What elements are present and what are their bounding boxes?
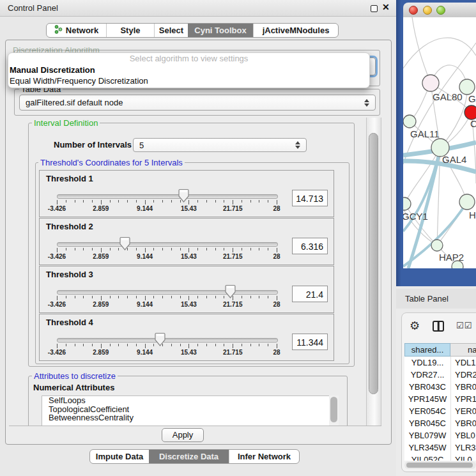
network-node-gal80[interactable]	[422, 75, 439, 91]
threshold-value-field[interactable]: 11.344	[292, 334, 328, 350]
tick-mark	[215, 248, 216, 250]
table-row[interactable]: YIL052CYIL0	[404, 454, 476, 461]
column-header-name[interactable]: na	[450, 343, 476, 357]
table-row[interactable]: YLR345WYLR3	[404, 441, 476, 454]
network-graph: GAL80GACGAL11GAL4GCY1HHAP2	[403, 17, 476, 268]
threshold-slider-thumb[interactable]	[225, 284, 236, 298]
table-data-combo[interactable]: galFiltered.sif default node	[19, 95, 376, 111]
slider-tick-label: 15.43	[173, 349, 204, 356]
threshold-value-field[interactable]: 14.713	[292, 190, 328, 206]
table-row[interactable]: YBR045CYBR0	[404, 417, 476, 429]
attribute-list-item[interactable]: BetweennessCentrality	[42, 413, 330, 422]
algorithm-option-equal-width[interactable]: Equal Width/Frequency Discretization	[8, 75, 369, 86]
network-node-hap2[interactable]	[431, 240, 443, 251]
tick-mark	[277, 296, 277, 300]
threshold-value-field[interactable]: 6.316	[292, 238, 328, 254]
column-header-shared-name[interactable]: shared...	[404, 343, 450, 357]
network-node-label: GCY1	[403, 211, 428, 222]
node-table[interactable]: shared... na YDL19...YDL1YDR27...YDR2YBR…	[404, 343, 476, 461]
threshold-slider-thumb[interactable]	[119, 236, 130, 250]
table-row[interactable]: YPR145WYPR1	[404, 393, 476, 405]
tick-mark	[101, 248, 102, 252]
tab-label: Cyni Toolbox	[194, 26, 246, 35]
tick-mark	[171, 248, 172, 250]
network-node-h[interactable]	[459, 194, 475, 210]
number-of-intervals-combo[interactable]: 5	[133, 138, 307, 152]
tick-mark	[233, 344, 233, 348]
slider-tick-label: 2.859	[85, 301, 117, 308]
threshold-slider-track[interactable]	[57, 290, 278, 295]
table-panel-header: Table Panel	[396, 289, 476, 309]
threshold-label: Threshold 1	[46, 174, 93, 183]
numerical-attributes-list[interactable]: SelfLoopsTopologicalCoefficientBetweenne…	[42, 395, 330, 426]
threshold-slider-thumb[interactable]	[178, 188, 189, 203]
attribute-list-item[interactable]: TopologicalCoefficient	[42, 405, 330, 414]
threshold-slider-track[interactable]	[57, 242, 278, 247]
threshold-slider-track[interactable]	[57, 338, 278, 342]
tick-mark	[92, 248, 93, 250]
apply-button[interactable]: Apply	[162, 428, 204, 442]
cell-shared-name: YBR043C	[404, 381, 451, 393]
table-row[interactable]: YBR043CYBR0	[404, 381, 476, 393]
network-node-c[interactable]	[464, 105, 476, 119]
tab-select[interactable]: Select	[154, 24, 188, 37]
table-horizontal-scrollbar-thumb[interactable]	[406, 463, 473, 468]
table-row[interactable]: YDR27...YDR2	[404, 369, 476, 381]
algorithm-option-manual[interactable]: Manual Discretization	[8, 65, 369, 75]
network-node-label: C	[470, 118, 476, 129]
tab-cyni-toolbox[interactable]: Cyni Toolbox	[188, 24, 253, 37]
attributes-list-scrollbar[interactable]	[329, 395, 339, 426]
tab-jactivemnodules[interactable]: jActiveMNodules	[253, 24, 338, 37]
network-node-gal11[interactable]	[403, 115, 416, 128]
threshold-slider-thumb[interactable]	[155, 332, 165, 346]
tick-mark	[268, 296, 268, 298]
table-row[interactable]: YBL079WYBL0	[404, 429, 476, 441]
cell-shared-name: YBL079W	[404, 429, 451, 441]
table-row[interactable]: YER054CYER0	[404, 405, 476, 417]
top-tab-strip: NetworkStyleSelectCyni ToolboxjActiveMNo…	[46, 23, 339, 38]
table-row[interactable]: YDL19...YDL1	[404, 357, 476, 369]
network-node[interactable]	[452, 261, 463, 268]
tick-mark	[215, 200, 216, 203]
threshold-value-field[interactable]: 21.4	[292, 286, 328, 302]
tick-mark	[259, 296, 259, 298]
network-node-label: GAL11	[410, 128, 440, 139]
tick-mark	[188, 344, 189, 348]
close-icon[interactable]: ✕	[382, 2, 390, 12]
tick-mark	[83, 248, 84, 250]
tick-mark	[197, 200, 198, 203]
gear-icon[interactable]: ⚙	[410, 319, 420, 333]
network-node-label: GAL80	[433, 91, 463, 102]
network-node-gcy1[interactable]	[403, 197, 411, 210]
network-node-label: GAL4	[442, 154, 466, 165]
tick-mark	[206, 344, 207, 346]
tab-network[interactable]: Network	[47, 24, 106, 37]
tick-mark	[268, 344, 268, 346]
threshold-label: Threshold 4	[46, 318, 93, 327]
combo-spinner-icon	[364, 99, 369, 107]
tick-mark	[250, 344, 251, 346]
attributes-scrollbar-thumb[interactable]	[330, 397, 337, 422]
zoom-light-icon[interactable]	[436, 6, 445, 15]
tick-mark	[118, 200, 119, 203]
tab-impute-data[interactable]: Impute Data	[90, 450, 149, 463]
split-view-icon[interactable]	[433, 321, 444, 332]
minimize-light-icon[interactable]	[423, 6, 432, 15]
tab-style[interactable]: Style	[106, 24, 154, 37]
network-canvas[interactable]: GAL80GACGAL11GAL4GCY1HHAP2	[403, 17, 476, 268]
float-window-icon[interactable]	[371, 5, 378, 12]
threshold-slider-track[interactable]	[57, 194, 278, 199]
tick-mark	[75, 200, 75, 203]
slider-tick-label: 15.43	[173, 205, 204, 212]
tab-discretize-data[interactable]: Discretize Data	[149, 450, 229, 463]
tick-mark	[66, 248, 66, 250]
close-light-icon[interactable]	[409, 6, 418, 15]
network-window-titlebar[interactable]	[403, 3, 476, 18]
tab-label: Discretize Data	[159, 452, 219, 461]
network-node-ga[interactable]	[459, 79, 475, 95]
vertical-scrollbar-thumb[interactable]	[369, 133, 378, 394]
checkboxes-icon[interactable]: ☑☑	[456, 321, 472, 330]
screen: { "window": { "title": "Control Panel" }…	[0, 0, 476, 476]
attribute-list-item[interactable]: SelfLoops	[42, 396, 330, 405]
tab-infer-network[interactable]: Infer Network	[229, 450, 299, 463]
